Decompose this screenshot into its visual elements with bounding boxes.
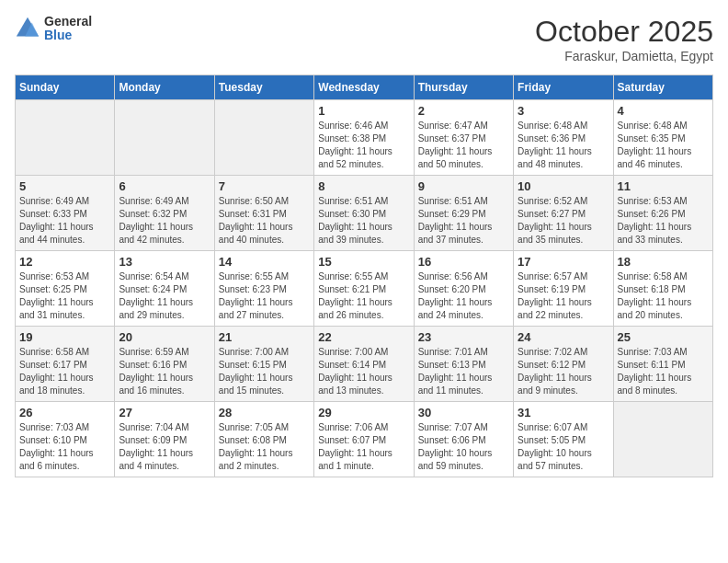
day-info: Sunrise: 6:50 AM Sunset: 6:31 PM Dayligh… (219, 195, 310, 247)
day-info: Sunrise: 6:55 AM Sunset: 6:21 PM Dayligh… (318, 270, 409, 322)
month-title: October 2025 (535, 15, 713, 49)
day-number: 7 (219, 179, 310, 193)
day-number: 30 (418, 406, 509, 419)
day-number: 25 (618, 330, 709, 344)
calendar-cell: 23Sunrise: 7:01 AM Sunset: 6:13 PM Dayli… (414, 327, 513, 402)
calendar-week-row: 12Sunrise: 6:53 AM Sunset: 6:25 PM Dayli… (16, 251, 713, 327)
day-info: Sunrise: 7:00 AM Sunset: 6:14 PM Dayligh… (318, 346, 409, 397)
title-block: October 2025 Faraskur, Damietta, Egypt (535, 15, 713, 63)
day-number: 22 (318, 330, 409, 344)
calendar-cell: 7Sunrise: 6:50 AM Sunset: 6:31 PM Daylig… (214, 176, 313, 251)
day-number: 4 (618, 104, 709, 118)
day-number: 16 (418, 255, 509, 269)
day-info: Sunrise: 6:47 AM Sunset: 6:37 PM Dayligh… (418, 120, 509, 171)
calendar-cell (613, 402, 712, 477)
day-info: Sunrise: 6:51 AM Sunset: 6:30 PM Dayligh… (318, 195, 409, 247)
calendar-cell: 1Sunrise: 6:46 AM Sunset: 6:38 PM Daylig… (314, 100, 414, 176)
calendar-cell: 9Sunrise: 6:51 AM Sunset: 6:29 PM Daylig… (414, 176, 513, 251)
calendar-cell: 14Sunrise: 6:55 AM Sunset: 6:23 PM Dayli… (214, 251, 313, 327)
logo-icon (15, 16, 40, 41)
calendar-cell: 11Sunrise: 6:53 AM Sunset: 6:26 PM Dayli… (613, 176, 712, 251)
day-info: Sunrise: 7:06 AM Sunset: 6:07 PM Dayligh… (318, 421, 409, 473)
calendar-cell: 4Sunrise: 6:48 AM Sunset: 6:35 PM Daylig… (613, 100, 712, 176)
day-info: Sunrise: 6:53 AM Sunset: 6:25 PM Dayligh… (19, 270, 110, 322)
calendar-cell: 18Sunrise: 6:58 AM Sunset: 6:18 PM Dayli… (613, 251, 712, 327)
weekday-header: Tuesday (214, 75, 313, 100)
day-number: 18 (618, 255, 709, 269)
day-number: 27 (119, 406, 210, 419)
calendar-cell: 21Sunrise: 7:00 AM Sunset: 6:15 PM Dayli… (214, 327, 313, 402)
calendar-cell: 5Sunrise: 6:49 AM Sunset: 6:33 PM Daylig… (16, 176, 115, 251)
day-number: 20 (119, 330, 210, 344)
day-number: 8 (318, 179, 409, 193)
day-info: Sunrise: 7:02 AM Sunset: 6:12 PM Dayligh… (518, 346, 609, 397)
day-info: Sunrise: 7:04 AM Sunset: 6:09 PM Dayligh… (119, 421, 210, 473)
calendar-cell: 25Sunrise: 7:03 AM Sunset: 6:11 PM Dayli… (613, 327, 712, 402)
calendar-cell: 28Sunrise: 7:05 AM Sunset: 6:08 PM Dayli… (214, 402, 313, 477)
calendar-cell: 22Sunrise: 7:00 AM Sunset: 6:14 PM Dayli… (314, 327, 414, 402)
weekday-header: Thursday (414, 75, 513, 100)
weekday-header: Wednesday (314, 75, 414, 100)
day-info: Sunrise: 6:59 AM Sunset: 6:16 PM Dayligh… (119, 346, 210, 397)
day-number: 29 (318, 406, 409, 419)
day-number: 15 (318, 255, 409, 269)
day-info: Sunrise: 7:05 AM Sunset: 6:08 PM Dayligh… (219, 421, 310, 473)
day-info: Sunrise: 6:54 AM Sunset: 6:24 PM Dayligh… (119, 270, 210, 322)
day-info: Sunrise: 6:49 AM Sunset: 6:32 PM Dayligh… (119, 195, 210, 247)
calendar-cell: 10Sunrise: 6:52 AM Sunset: 6:27 PM Dayli… (514, 176, 613, 251)
calendar-cell: 15Sunrise: 6:55 AM Sunset: 6:21 PM Dayli… (314, 251, 414, 327)
calendar-header: SundayMondayTuesdayWednesdayThursdayFrid… (16, 75, 713, 100)
day-number: 21 (219, 330, 310, 344)
day-number: 1 (318, 104, 409, 118)
logo-blue: Blue (44, 29, 92, 42)
day-info: Sunrise: 7:00 AM Sunset: 6:15 PM Dayligh… (219, 346, 310, 397)
calendar-cell: 12Sunrise: 6:53 AM Sunset: 6:25 PM Dayli… (16, 251, 115, 327)
day-info: Sunrise: 6:51 AM Sunset: 6:29 PM Dayligh… (418, 195, 509, 247)
weekday-header: Sunday (16, 75, 115, 100)
calendar-cell: 13Sunrise: 6:54 AM Sunset: 6:24 PM Dayli… (115, 251, 214, 327)
calendar-cell: 16Sunrise: 6:56 AM Sunset: 6:20 PM Dayli… (414, 251, 513, 327)
day-number: 28 (219, 406, 310, 419)
calendar-cell: 26Sunrise: 7:03 AM Sunset: 6:10 PM Dayli… (16, 402, 115, 477)
day-number: 24 (518, 330, 609, 344)
calendar-cell: 6Sunrise: 6:49 AM Sunset: 6:32 PM Daylig… (115, 176, 214, 251)
calendar-cell (214, 100, 313, 176)
day-info: Sunrise: 6:46 AM Sunset: 6:38 PM Dayligh… (318, 120, 409, 171)
calendar-body: 1Sunrise: 6:46 AM Sunset: 6:38 PM Daylig… (16, 100, 713, 477)
day-info: Sunrise: 7:07 AM Sunset: 6:06 PM Dayligh… (418, 421, 509, 473)
calendar-cell: 2Sunrise: 6:47 AM Sunset: 6:37 PM Daylig… (414, 100, 513, 176)
location: Faraskur, Damietta, Egypt (535, 49, 713, 63)
calendar-cell: 19Sunrise: 6:58 AM Sunset: 6:17 PM Dayli… (16, 327, 115, 402)
day-number: 5 (19, 179, 110, 193)
logo-text: General Blue (44, 15, 92, 43)
day-info: Sunrise: 6:48 AM Sunset: 6:36 PM Dayligh… (518, 120, 609, 171)
day-info: Sunrise: 6:58 AM Sunset: 6:18 PM Dayligh… (618, 270, 709, 322)
day-number: 12 (19, 255, 110, 269)
weekday-row: SundayMondayTuesdayWednesdayThursdayFrid… (16, 75, 713, 100)
day-info: Sunrise: 6:58 AM Sunset: 6:17 PM Dayligh… (19, 346, 110, 397)
day-info: Sunrise: 6:48 AM Sunset: 6:35 PM Dayligh… (618, 120, 709, 171)
day-info: Sunrise: 6:53 AM Sunset: 6:26 PM Dayligh… (618, 195, 709, 247)
day-number: 17 (518, 255, 609, 269)
day-number: 19 (19, 330, 110, 344)
weekday-header: Monday (115, 75, 214, 100)
calendar-cell: 31Sunrise: 6:07 AM Sunset: 5:05 PM Dayli… (514, 402, 613, 477)
calendar-cell: 17Sunrise: 6:57 AM Sunset: 6:19 PM Dayli… (514, 251, 613, 327)
day-number: 26 (19, 406, 110, 419)
day-info: Sunrise: 6:52 AM Sunset: 6:27 PM Dayligh… (518, 195, 609, 247)
day-number: 31 (518, 406, 609, 419)
day-info: Sunrise: 6:56 AM Sunset: 6:20 PM Dayligh… (418, 270, 509, 322)
calendar-cell: 29Sunrise: 7:06 AM Sunset: 6:07 PM Dayli… (314, 402, 414, 477)
calendar-cell (115, 100, 214, 176)
day-info: Sunrise: 7:03 AM Sunset: 6:11 PM Dayligh… (618, 346, 709, 397)
day-info: Sunrise: 6:07 AM Sunset: 5:05 PM Dayligh… (518, 421, 609, 473)
calendar-cell (16, 100, 115, 176)
page-header: General Blue October 2025 Faraskur, Dami… (15, 15, 713, 63)
calendar-cell: 27Sunrise: 7:04 AM Sunset: 6:09 PM Dayli… (115, 402, 214, 477)
day-info: Sunrise: 6:55 AM Sunset: 6:23 PM Dayligh… (219, 270, 310, 322)
day-number: 2 (418, 104, 509, 118)
calendar-cell: 24Sunrise: 7:02 AM Sunset: 6:12 PM Dayli… (514, 327, 613, 402)
day-info: Sunrise: 7:03 AM Sunset: 6:10 PM Dayligh… (19, 421, 110, 473)
calendar-week-row: 19Sunrise: 6:58 AM Sunset: 6:17 PM Dayli… (16, 327, 713, 402)
day-number: 10 (518, 179, 609, 193)
